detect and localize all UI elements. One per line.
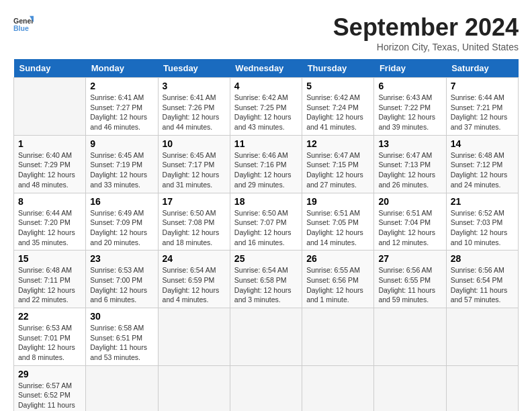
calendar-day-cell: 26Sunrise: 6:55 AMSunset: 6:56 PMDayligh… [302, 250, 374, 308]
logo-icon: General Blue [13, 13, 34, 34]
calendar-day-cell: 11Sunrise: 6:46 AMSunset: 7:16 PMDayligh… [230, 135, 302, 193]
calendar-day-cell: 25Sunrise: 6:54 AMSunset: 6:58 PMDayligh… [230, 250, 302, 308]
day-number: 26 [306, 253, 369, 264]
day-number: 29 [18, 369, 81, 379]
day-number: 12 [306, 138, 369, 149]
calendar-week-row: 22Sunrise: 6:53 AMSunset: 7:01 PMDayligh… [14, 308, 519, 366]
calendar-day-cell: 4Sunrise: 6:42 AMSunset: 7:25 PMDaylight… [230, 78, 302, 136]
header-sunday: Sunday [14, 59, 86, 78]
day-info: Sunrise: 6:58 AMSunset: 6:51 PMDaylight:… [90, 323, 153, 363]
day-info: Sunrise: 6:43 AMSunset: 7:22 PMDaylight:… [378, 93, 441, 132]
day-info: Sunrise: 6:47 AMSunset: 7:13 PMDaylight:… [378, 150, 441, 190]
calendar-day-cell: 16Sunrise: 6:49 AMSunset: 7:09 PMDayligh… [86, 193, 158, 250]
header-friday: Friday [374, 59, 446, 78]
day-number: 9 [90, 138, 153, 149]
header-wednesday: Wednesday [230, 59, 302, 78]
calendar-day-cell [302, 308, 374, 366]
calendar-day-cell [86, 365, 158, 411]
day-info: Sunrise: 6:46 AMSunset: 7:16 PMDaylight:… [234, 150, 298, 190]
calendar-day-cell [230, 365, 302, 411]
day-info: Sunrise: 6:48 AMSunset: 7:12 PMDaylight:… [451, 150, 514, 190]
month-year: September 2024 [333, 13, 519, 42]
day-info: Sunrise: 6:44 AMSunset: 7:21 PMDaylight:… [451, 93, 514, 132]
day-number: 11 [234, 138, 298, 149]
calendar-day-cell: 22Sunrise: 6:53 AMSunset: 7:01 PMDayligh… [14, 308, 86, 366]
day-number: 20 [378, 196, 441, 207]
calendar-day-cell [158, 365, 230, 411]
day-info: Sunrise: 6:51 AMSunset: 7:04 PMDaylight:… [378, 208, 441, 248]
day-info: Sunrise: 6:44 AMSunset: 7:20 PMDaylight:… [18, 208, 81, 248]
calendar-day-cell: 13Sunrise: 6:47 AMSunset: 7:13 PMDayligh… [374, 135, 446, 193]
day-info: Sunrise: 6:54 AMSunset: 6:58 PMDaylight:… [234, 265, 298, 305]
calendar-day-cell: 18Sunrise: 6:50 AMSunset: 7:07 PMDayligh… [230, 193, 302, 250]
logo: General Blue [13, 13, 34, 34]
day-number: 14 [451, 138, 514, 149]
calendar-day-cell: 23Sunrise: 6:53 AMSunset: 7:00 PMDayligh… [86, 250, 158, 308]
day-info: Sunrise: 6:41 AMSunset: 7:27 PMDaylight:… [90, 93, 153, 132]
day-info: Sunrise: 6:40 AMSunset: 7:29 PMDaylight:… [18, 150, 81, 190]
day-number: 1 [18, 138, 81, 149]
calendar-table: Sunday Monday Tuesday Wednesday Thursday… [13, 59, 519, 411]
svg-text:Blue: Blue [13, 24, 29, 32]
calendar-day-cell [446, 308, 518, 366]
day-info: Sunrise: 6:57 AMSunset: 6:52 PMDaylight:… [18, 381, 81, 411]
day-info: Sunrise: 6:50 AMSunset: 7:08 PMDaylight:… [163, 208, 226, 248]
day-info: Sunrise: 6:56 AMSunset: 6:55 PMDaylight:… [378, 265, 441, 305]
day-info: Sunrise: 6:53 AMSunset: 7:00 PMDaylight:… [90, 265, 153, 305]
calendar-day-cell: 12Sunrise: 6:47 AMSunset: 7:15 PMDayligh… [302, 135, 374, 193]
day-info: Sunrise: 6:45 AMSunset: 7:17 PMDaylight:… [163, 150, 226, 190]
calendar-day-cell: 7Sunrise: 6:44 AMSunset: 7:21 PMDaylight… [446, 78, 518, 136]
day-info: Sunrise: 6:42 AMSunset: 7:25 PMDaylight:… [234, 93, 298, 132]
calendar-day-cell: 28Sunrise: 6:56 AMSunset: 6:54 PMDayligh… [446, 250, 518, 308]
day-number: 6 [378, 81, 441, 91]
calendar-day-cell [374, 365, 446, 411]
calendar-week-row: 1Sunrise: 6:40 AMSunset: 7:29 PMDaylight… [14, 135, 519, 193]
calendar-day-cell: 21Sunrise: 6:52 AMSunset: 7:03 PMDayligh… [446, 193, 518, 250]
day-info: Sunrise: 6:52 AMSunset: 7:03 PMDaylight:… [451, 208, 514, 248]
calendar-week-row: 8Sunrise: 6:44 AMSunset: 7:20 PMDaylight… [14, 193, 519, 250]
calendar-day-cell: 17Sunrise: 6:50 AMSunset: 7:08 PMDayligh… [158, 193, 230, 250]
calendar-day-cell [230, 308, 302, 366]
day-info: Sunrise: 6:48 AMSunset: 7:11 PMDaylight:… [18, 265, 81, 305]
day-number: 13 [378, 138, 441, 149]
calendar-day-cell [14, 78, 86, 136]
day-number: 25 [234, 253, 298, 264]
calendar-day-cell: 14Sunrise: 6:48 AMSunset: 7:12 PMDayligh… [446, 135, 518, 193]
day-number: 8 [18, 196, 81, 207]
calendar-day-cell: 1Sunrise: 6:40 AMSunset: 7:29 PMDaylight… [14, 135, 86, 193]
day-info: Sunrise: 6:49 AMSunset: 7:09 PMDaylight:… [90, 208, 153, 248]
day-number: 2 [90, 81, 153, 91]
location: Horizon City, Texas, United States [333, 42, 519, 52]
day-info: Sunrise: 6:41 AMSunset: 7:26 PMDaylight:… [163, 93, 226, 132]
day-number: 10 [163, 138, 226, 149]
day-number: 15 [18, 253, 81, 264]
calendar-day-cell: 9Sunrise: 6:45 AMSunset: 7:19 PMDaylight… [86, 135, 158, 193]
weekday-header-row: Sunday Monday Tuesday Wednesday Thursday… [14, 59, 519, 78]
day-number: 5 [306, 81, 369, 91]
calendar-day-cell [158, 308, 230, 366]
calendar-day-cell: 30Sunrise: 6:58 AMSunset: 6:51 PMDayligh… [86, 308, 158, 366]
calendar-day-cell: 29Sunrise: 6:57 AMSunset: 6:52 PMDayligh… [14, 365, 86, 411]
day-number: 23 [90, 253, 153, 264]
calendar-day-cell: 2Sunrise: 6:41 AMSunset: 7:27 PMDaylight… [86, 78, 158, 136]
day-info: Sunrise: 6:56 AMSunset: 6:54 PMDaylight:… [451, 265, 514, 305]
header-thursday: Thursday [302, 59, 374, 78]
day-number: 4 [234, 81, 298, 91]
calendar-day-cell [302, 365, 374, 411]
calendar-day-cell: 15Sunrise: 6:48 AMSunset: 7:11 PMDayligh… [14, 250, 86, 308]
day-number: 27 [378, 253, 441, 264]
calendar-day-cell: 8Sunrise: 6:44 AMSunset: 7:20 PMDaylight… [14, 193, 86, 250]
day-info: Sunrise: 6:45 AMSunset: 7:19 PMDaylight:… [90, 150, 153, 190]
day-info: Sunrise: 6:42 AMSunset: 7:24 PMDaylight:… [306, 93, 369, 132]
day-number: 19 [306, 196, 369, 207]
day-info: Sunrise: 6:54 AMSunset: 6:59 PMDaylight:… [163, 265, 226, 305]
calendar-day-cell [374, 308, 446, 366]
page-header: General Blue September 2024 Horizon City… [13, 13, 519, 52]
day-number: 30 [90, 311, 153, 322]
calendar-day-cell [446, 365, 518, 411]
day-number: 22 [18, 311, 81, 322]
day-info: Sunrise: 6:50 AMSunset: 7:07 PMDaylight:… [234, 208, 298, 248]
day-number: 21 [451, 196, 514, 207]
title-block: September 2024 Horizon City, Texas, Unit… [333, 13, 519, 52]
day-info: Sunrise: 6:55 AMSunset: 6:56 PMDaylight:… [306, 265, 369, 305]
